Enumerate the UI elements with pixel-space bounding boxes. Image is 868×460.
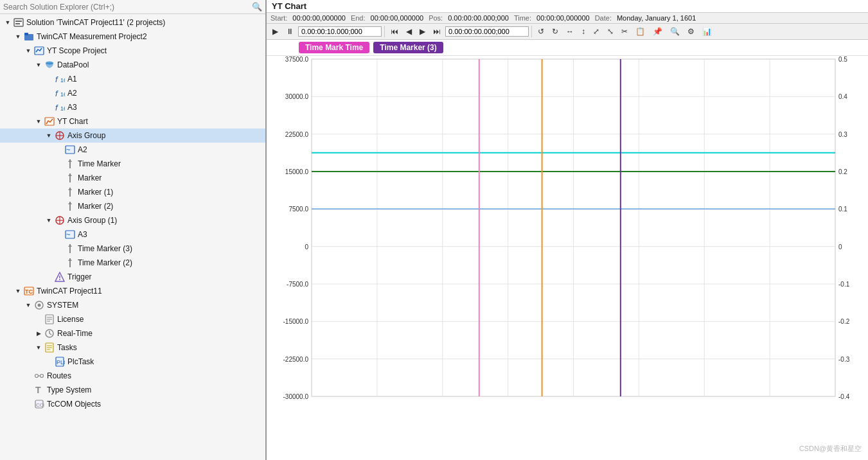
svg-text:0: 0 xyxy=(838,243,842,251)
tree-item-tccom[interactable]: ▶COMTcCOM Objects xyxy=(0,397,265,411)
svg-text:-0.3: -0.3 xyxy=(838,356,850,363)
svg-point-57 xyxy=(40,375,44,378)
tree-expand-btn[interactable]: ▼ xyxy=(33,342,44,353)
time-markers-bar: Time Mark TimeTime Marker (3) xyxy=(267,40,868,56)
pos-label: Pos: xyxy=(429,14,443,22)
tree-item-solution[interactable]: ▼Solution 'TwinCAT Project11' (2 project… xyxy=(0,15,265,30)
pos-value: 0.00:00:00.000;000 xyxy=(448,14,509,22)
tree-item-trigger[interactable]: ▶Trigger xyxy=(0,270,265,284)
svg-text:~: ~ xyxy=(66,231,70,238)
pause-button[interactable]: ⏸ xyxy=(283,25,297,38)
tree-expand-btn[interactable]: ▼ xyxy=(33,116,44,127)
svg-text:30000.0: 30000.0 xyxy=(285,93,309,100)
tree-item-scope[interactable]: ▼YT Scope Project xyxy=(0,44,265,58)
tree-item-tasks[interactable]: ▼Tasks xyxy=(0,341,265,355)
zoom-v-button[interactable]: ↕ xyxy=(578,25,589,38)
time-marker-tag-0: Time Mark Time xyxy=(299,42,369,53)
tree-item-icon-plctask: PLC xyxy=(54,356,66,367)
svg-text:f: f xyxy=(55,103,58,112)
settings-button[interactable]: ⚙ xyxy=(684,25,698,38)
tree-item-icon-timemarker xyxy=(64,158,76,170)
chart-toolbar: ▶ ⏸ ⏮ ◀ ▶ ⏭ ↺ ↻ ↔ ↕ ⤢ ⤡ ✂ 📋 📌 🔍 ⚙ 📊 xyxy=(267,24,868,40)
redo-button[interactable]: ↻ xyxy=(549,25,562,38)
svg-text:37500.0: 37500.0 xyxy=(285,56,309,63)
svg-text:16: 16 xyxy=(60,77,65,84)
tree-expand-btn[interactable]: ▼ xyxy=(44,215,54,226)
tree-item-a3[interactable]: ▶f16A3 xyxy=(0,100,265,114)
tree-item-twincat11[interactable]: ▼TCTwinCAT Project11 xyxy=(0,284,265,298)
tree-item-marker1[interactable]: ▶Marker xyxy=(0,171,265,185)
tree-item-datapool[interactable]: ▼DataPool xyxy=(0,58,265,72)
tree-item-timemarker2[interactable]: ▶Time Marker (3) xyxy=(0,242,265,256)
tree-item-realtime[interactable]: ▶Real-Time xyxy=(0,326,265,341)
chart-panel: YT Chart Start: 00:00:00,000000 End: 00:… xyxy=(267,0,868,460)
cut-button[interactable]: ✂ xyxy=(618,25,631,38)
copy-button[interactable]: 📋 xyxy=(632,25,648,38)
chart-svg: 37500.030000.022500.015000.07500.00-7500… xyxy=(267,56,867,403)
tree-item-axisgroup2[interactable]: ▼Axis Group (1) xyxy=(0,213,265,227)
tree-item-label: Solution 'TwinCAT Project11' (2 projects… xyxy=(26,18,165,27)
tree-item-marker1_1[interactable]: ▶Marker (1) xyxy=(0,185,265,199)
svg-point-42 xyxy=(38,304,41,307)
tree-item-system[interactable]: ▼SYSTEM xyxy=(0,298,265,312)
chart-button[interactable]: 📊 xyxy=(699,25,715,38)
end-label: End: xyxy=(351,14,366,22)
tree-item-label: A2 xyxy=(67,89,77,98)
tree-item-icon-timemarker xyxy=(64,243,76,254)
tree-item-label: A1 xyxy=(67,75,77,84)
tree-item-ytchart[interactable]: ▼YT Chart xyxy=(0,114,265,128)
svg-line-49 xyxy=(49,333,51,335)
tree-item-routes[interactable]: ▶Routes xyxy=(0,369,265,383)
tree-item-typesystem[interactable]: ▶TType System xyxy=(0,383,265,397)
tree-item-measurement[interactable]: ▼TwinCAT Measurement Project2 xyxy=(0,30,265,44)
zoom-in-button[interactable]: 🔍 xyxy=(667,25,683,38)
tree-expand-btn[interactable]: ▼ xyxy=(23,300,33,310)
start-label: Start: xyxy=(270,14,287,22)
fit-button[interactable]: ⤢ xyxy=(590,25,603,38)
tree-item-label: Time Marker xyxy=(78,159,121,168)
tree-item-icon-signal: ~ xyxy=(64,229,76,240)
tree-expand-btn[interactable]: ▼ xyxy=(33,60,44,70)
tree-item-a2_sig[interactable]: ▶~A2 xyxy=(0,143,265,157)
time-display-input[interactable] xyxy=(298,26,382,37)
svg-rect-0 xyxy=(14,19,23,26)
tree-expand-btn[interactable]: ▼ xyxy=(13,31,23,42)
prev-button[interactable]: ◀ xyxy=(403,25,415,38)
watermark: CSDN@黄香和星空 xyxy=(799,444,862,454)
tree-item-marker2[interactable]: ▶Marker (2) xyxy=(0,199,265,213)
shrink-button[interactable]: ⤡ xyxy=(604,25,617,38)
chart-area[interactable]: 37500.030000.022500.015000.07500.00-7500… xyxy=(267,56,868,460)
tree-expand-btn[interactable]: ▼ xyxy=(13,286,23,296)
tree-item-label: YT Scope Project xyxy=(47,46,107,55)
tree-item-a2[interactable]: ▶f16A2 xyxy=(0,86,265,100)
search-input[interactable] xyxy=(3,3,249,12)
tree-item-a3_sig[interactable]: ▶~A3 xyxy=(0,227,265,242)
skip-start-button[interactable]: ⏮ xyxy=(387,25,402,38)
pos-input[interactable] xyxy=(445,26,529,37)
pin-button[interactable]: 📌 xyxy=(650,25,666,38)
tree-item-icon-var: f16 xyxy=(54,73,66,85)
search-bar[interactable]: 🔍 xyxy=(0,0,265,14)
date-label: Date: xyxy=(595,14,612,22)
zoom-h-button[interactable]: ↔ xyxy=(563,25,577,38)
play-button[interactable]: ▶ xyxy=(269,25,281,38)
tree-item-timemarker1[interactable]: ▶Time Marker xyxy=(0,157,265,171)
tree-item-axisgroup1[interactable]: ▼Axis Group xyxy=(0,128,265,143)
next-button[interactable]: ▶ xyxy=(416,25,429,38)
svg-text:COM: COM xyxy=(36,402,44,408)
tree-item-icon-trigger xyxy=(54,271,66,283)
tree-item-a1[interactable]: ▶f16A1 xyxy=(0,72,265,86)
tree-expand-btn[interactable]: ▶ xyxy=(33,328,44,339)
tree-container: ▼Solution 'TwinCAT Project11' (2 project… xyxy=(0,14,265,460)
tree-expand-btn[interactable]: ▼ xyxy=(44,130,54,141)
skip-end-button[interactable]: ⏭ xyxy=(430,25,444,38)
tree-item-license[interactable]: ▶License xyxy=(0,312,265,326)
tree-item-icon-measurement xyxy=(23,31,35,42)
tree-item-icon-license xyxy=(44,314,55,325)
refresh-button[interactable]: ↺ xyxy=(535,25,547,38)
tree-expand-btn[interactable]: ▼ xyxy=(3,17,13,28)
tree-item-plctask[interactable]: ▶PLCPlcTask xyxy=(0,355,265,369)
end-value: 00:00:00,000000 xyxy=(371,14,424,22)
tree-expand-btn[interactable]: ▼ xyxy=(23,46,33,56)
tree-item-timemarker3[interactable]: ▶Time Marker (2) xyxy=(0,256,265,270)
